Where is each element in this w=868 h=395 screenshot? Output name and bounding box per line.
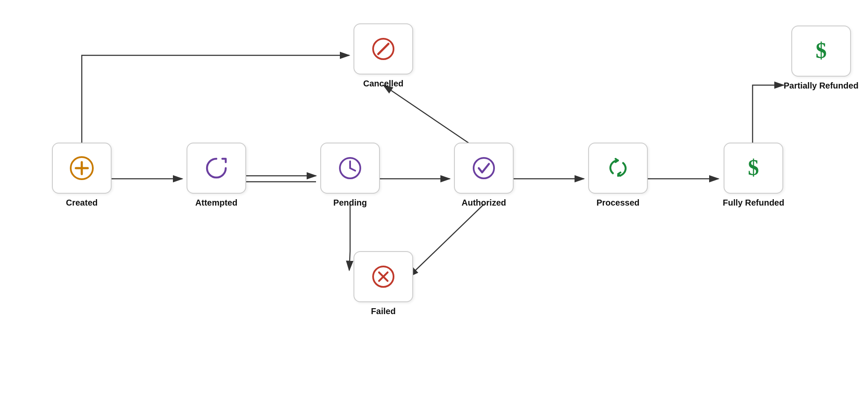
dollar-sign-icon-partial: $ xyxy=(808,37,835,65)
diagram-container: Created Attempted Pending xyxy=(0,0,868,395)
state-box-processed xyxy=(588,143,648,194)
label-pending: Pending xyxy=(333,198,367,208)
redo-icon xyxy=(203,155,230,182)
x-circle-icon xyxy=(370,263,397,290)
state-box-authorized xyxy=(454,143,514,194)
cancel-icon xyxy=(370,35,397,63)
label-partially-refunded: Partially Refunded xyxy=(784,81,859,91)
svg-line-15 xyxy=(350,168,355,171)
svg-text:$: $ xyxy=(748,155,759,180)
node-created: Created xyxy=(52,143,112,208)
state-box-created xyxy=(52,143,112,194)
plus-circle-icon xyxy=(68,155,95,182)
label-created: Created xyxy=(66,198,98,208)
state-box-cancelled xyxy=(354,23,413,74)
label-attempted: Attempted xyxy=(195,198,238,208)
node-fully-refunded: $ Fully Refunded xyxy=(723,143,784,208)
dollar-sign-icon-fully: $ xyxy=(740,155,767,182)
state-box-partially-refunded: $ xyxy=(791,26,851,77)
label-failed: Failed xyxy=(371,306,396,316)
label-cancelled: Cancelled xyxy=(363,79,403,89)
node-attempted: Attempted xyxy=(187,143,246,208)
label-authorized: Authorized xyxy=(462,198,506,208)
label-fully-refunded: Fully Refunded xyxy=(723,198,784,208)
clock-icon xyxy=(336,155,364,182)
state-box-attempted xyxy=(187,143,246,194)
svg-text:$: $ xyxy=(816,38,827,63)
node-authorized: Authorized xyxy=(454,143,514,208)
node-failed: Failed xyxy=(354,251,413,316)
node-pending: Pending xyxy=(320,143,380,208)
svg-point-16 xyxy=(474,158,494,178)
label-processed: Processed xyxy=(596,198,639,208)
state-box-pending xyxy=(320,143,380,194)
node-processed: Processed xyxy=(588,143,648,208)
svg-line-9 xyxy=(409,204,484,277)
svg-line-19 xyxy=(378,44,388,54)
state-box-failed xyxy=(354,251,413,302)
state-box-fully-refunded: $ xyxy=(724,143,783,194)
node-cancelled: Cancelled xyxy=(354,23,413,89)
check-circle-icon xyxy=(470,155,497,182)
refresh-icon xyxy=(604,155,632,182)
node-partially-refunded: $ Partially Refunded xyxy=(784,26,859,91)
